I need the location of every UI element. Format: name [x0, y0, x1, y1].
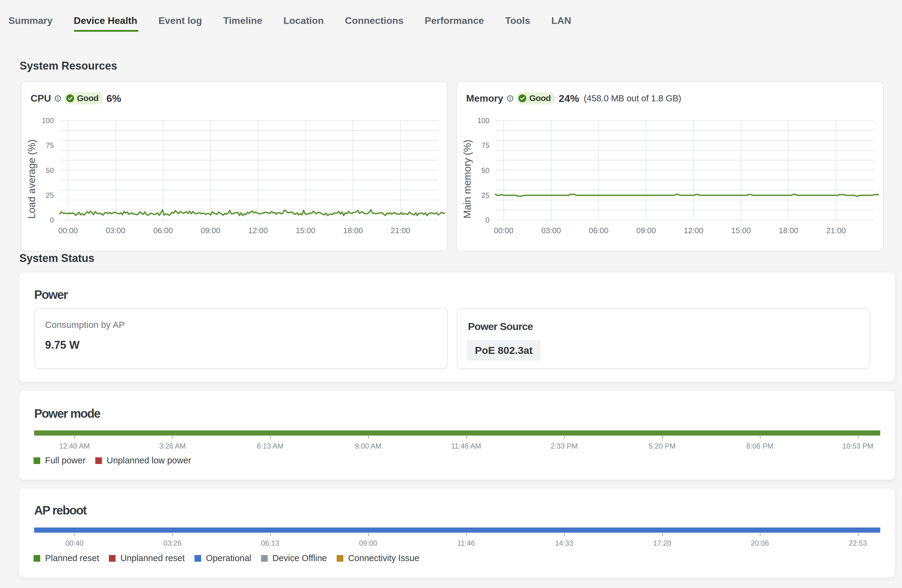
svg-text:09:00: 09:00 [200, 226, 220, 235]
svg-text:50: 50 [481, 166, 489, 175]
svg-text:50: 50 [46, 166, 54, 175]
svg-text:100: 100 [477, 116, 489, 125]
svg-text:12:00: 12:00 [684, 226, 703, 235]
svg-text:09:00: 09:00 [636, 226, 656, 235]
svg-text:18:00: 18:00 [343, 226, 363, 235]
svg-text:03:00: 03:00 [541, 226, 561, 235]
svg-text:12:00: 12:00 [248, 226, 268, 235]
svg-text:25: 25 [46, 191, 54, 199]
svg-text:21:00: 21:00 [826, 226, 846, 235]
svg-text:0: 0 [485, 216, 489, 224]
svg-text:18:00: 18:00 [778, 226, 798, 235]
svg-text:15:00: 15:00 [296, 226, 315, 235]
svg-text:00:00: 00:00 [494, 226, 513, 235]
svg-text:25: 25 [481, 191, 489, 199]
svg-text:0: 0 [50, 216, 54, 224]
svg-text:75: 75 [481, 141, 489, 149]
svg-text:Main memory (%): Main memory (%) [462, 140, 473, 218]
svg-text:21:00: 21:00 [390, 226, 410, 235]
svg-text:03:00: 03:00 [106, 226, 125, 235]
svg-text:Load average (%): Load average (%) [26, 139, 37, 219]
svg-text:06:00: 06:00 [153, 226, 173, 235]
svg-text:100: 100 [42, 116, 54, 125]
svg-text:06:00: 06:00 [589, 226, 608, 235]
svg-text:15:00: 15:00 [731, 226, 751, 235]
svg-text:75: 75 [46, 141, 54, 149]
svg-text:00:00: 00:00 [58, 226, 78, 235]
